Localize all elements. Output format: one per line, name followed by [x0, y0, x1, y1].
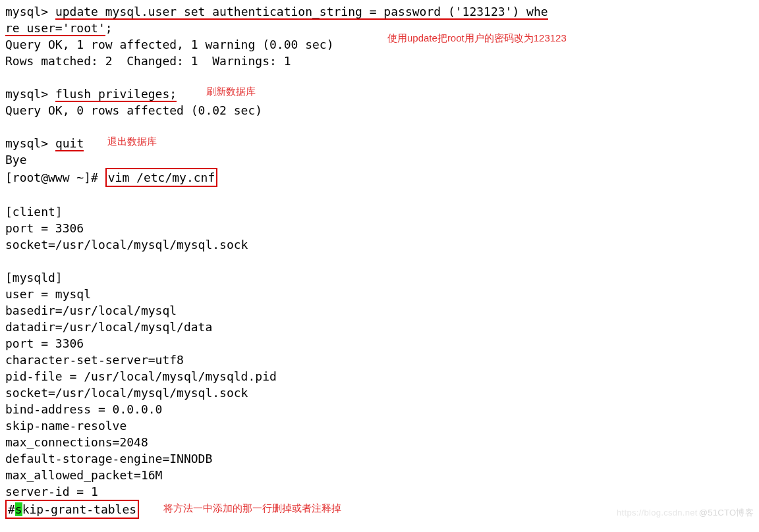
cmd-update-part1: update mysql.user set authentication_str… — [55, 5, 548, 20]
config-line: socket=/usr/local/mysql/mysql.sock — [5, 236, 754, 253]
annotation-flush: 刷新数据库 — [206, 83, 256, 99]
skip-grant-rest: kip-grant-tables — [22, 502, 136, 516]
skip-grant-tables-box: #skip-grant-tables — [5, 500, 139, 519]
annotation-skip: 将方法一中添加的那一行删掉或者注释掉 — [163, 500, 341, 516]
config-line: server-id = 1 — [5, 483, 754, 500]
terminal-line: mysql> flush privileges;刷新数据库 — [5, 86, 754, 102]
config-line: character-set-server=utf8 — [5, 352, 754, 368]
cmd-quit: quit — [55, 136, 84, 151]
hash-char: # — [8, 502, 15, 516]
watermark: https://blog.csdn.net@51CTO博客 — [617, 504, 754, 521]
watermark-brand: @51CTO博客 — [699, 508, 754, 518]
terminal-output: Bye — [5, 151, 754, 168]
config-line: pid-file = /usr/local/mysql/mysqld.pid — [5, 368, 754, 385]
terminal-line: re user='root';使用update把root用户的密码改为12312… — [5, 20, 754, 36]
cmd-flush: flush privileges; — [55, 87, 177, 102]
blank-line — [5, 187, 754, 203]
root-prompt: [root@www ~]# — [5, 171, 98, 184]
terminal-line: mysql> quit退出数据库 — [5, 135, 754, 151]
terminal-line: mysql> update mysql.user set authenticat… — [5, 3, 754, 20]
terminal-line: [root@www ~]# vim /etc/my.cnf — [5, 168, 754, 187]
config-line: user = mysql — [5, 286, 754, 302]
cmd-vim: vim /etc/my.cnf — [105, 168, 218, 187]
config-line: default-storage-engine=INNODB — [5, 450, 754, 467]
blank-line — [5, 69, 754, 86]
config-line: skip-name-resolve — [5, 417, 754, 434]
config-line: datadir=/usr/local/mysql/data — [5, 319, 754, 335]
config-line: socket=/usr/local/mysql/mysql.sock — [5, 385, 754, 401]
mysql-prompt: mysql> — [5, 136, 48, 150]
config-line: [client] — [5, 203, 754, 220]
watermark-url: https://blog.csdn.net — [617, 508, 698, 518]
cursor: s — [15, 502, 22, 516]
config-line: [mysqld] — [5, 269, 754, 286]
config-line: bind-address = 0.0.0.0 — [5, 401, 754, 417]
annotation-quit: 退出数据库 — [107, 133, 157, 149]
config-line: port = 3306 — [5, 335, 754, 352]
terminal-output: Query OK, 0 rows affected (0.02 sec) — [5, 102, 754, 119]
cmd-update-part2b: ; — [105, 21, 113, 35]
config-line: port = 3306 — [5, 220, 754, 236]
cmd-update-part2a: re user='root' — [5, 21, 105, 36]
config-line: basedir=/usr/local/mysql — [5, 302, 754, 319]
config-line: max_connections=2048 — [5, 434, 754, 450]
blank-line — [5, 253, 754, 269]
mysql-prompt: mysql> — [5, 5, 48, 18]
terminal-output: Query OK, 1 row affected, 1 warning (0.0… — [5, 36, 754, 53]
config-line: max_allowed_packet=16M — [5, 467, 754, 483]
terminal-output: Rows matched: 2 Changed: 1 Warnings: 1 — [5, 53, 754, 69]
mysql-prompt: mysql> — [5, 87, 48, 101]
